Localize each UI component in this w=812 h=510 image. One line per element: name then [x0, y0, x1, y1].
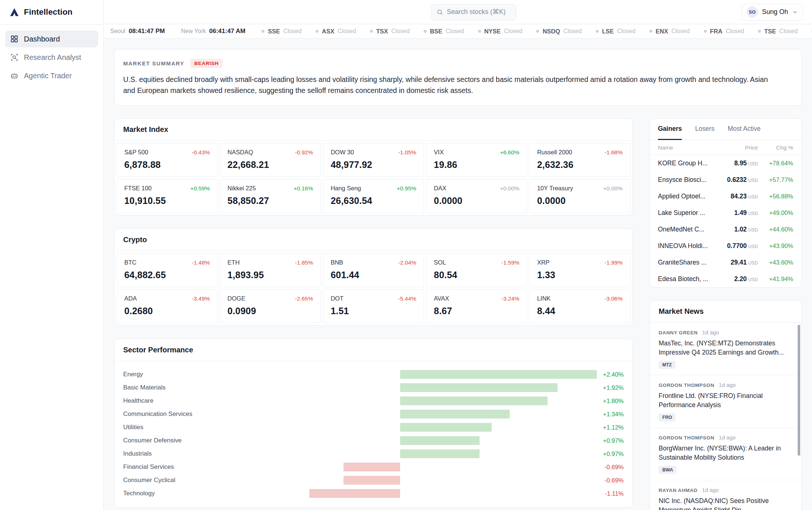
- quote-cell[interactable]: NASDAQ-0.92%22,668.21: [220, 143, 321, 177]
- mover-change: +41.94%: [758, 276, 793, 283]
- left-column: Market Index S&P 500-0.43%6,878.88NASDAQ…: [114, 118, 633, 510]
- sector-bar: [400, 383, 558, 392]
- quote-symbol: 10Y Treasury: [537, 185, 573, 192]
- quote-cell[interactable]: DOW 30-1.05%48,977.92: [323, 143, 424, 177]
- sector-label: Communication Services: [123, 410, 285, 418]
- sector-bar-track: [285, 436, 594, 445]
- sector-row: Energy+2.40%: [123, 368, 624, 381]
- quote-symbol: BTC: [124, 259, 136, 266]
- right-column: GainersLosersMost Active Name Price Chg …: [649, 118, 802, 510]
- quote-value: 22,668.21: [228, 159, 313, 170]
- ticker-badge: MTZ: [659, 361, 676, 369]
- quote-cell[interactable]: LINK-3.06%8.44: [529, 289, 630, 323]
- news-author: RAYAN AHMAD: [659, 488, 698, 493]
- dashboard-grid-icon: [10, 35, 18, 43]
- sidebar-item-label: Research Analyst: [24, 53, 81, 62]
- quote-cell[interactable]: ADA-3.49%0.2680: [117, 289, 218, 323]
- quote-cell[interactable]: DOT-5.44%1.51: [323, 289, 424, 323]
- quote-cell[interactable]: Nikkei 225+0.16%58,850.27: [220, 179, 321, 213]
- mover-row[interactable]: Edesa Biotech, ...2.20USD+41.94%: [650, 271, 801, 287]
- research-analyst-icon: [10, 53, 18, 61]
- news-item[interactable]: GORDON THOMPSON1d agoFrontline Ltd. (NYS…: [650, 375, 801, 428]
- quote-symbol: DOW 30: [331, 149, 354, 156]
- quote-cell-top: Nikkei 225+0.16%: [228, 185, 313, 192]
- status-dot-icon: [261, 30, 264, 33]
- quote-cell-top: DOW 30-1.05%: [331, 149, 416, 156]
- quote-cell[interactable]: XRP-1.99%1.33: [529, 253, 630, 287]
- mover-row[interactable]: GraniteShares ...29.41USD+43.60%: [650, 254, 801, 271]
- quote-cell-top: S&P 500-0.43%: [124, 149, 210, 156]
- news-item[interactable]: RAYAN AHMAD1d agoNIC Inc. (NASDAQ:NIC) S…: [650, 480, 801, 510]
- quote-cell-top: DOGE-2.65%: [228, 295, 313, 302]
- sidebar-item-dashboard[interactable]: Dashboard: [5, 30, 98, 47]
- sector-bar-track: [285, 383, 594, 392]
- sector-bar: [343, 463, 400, 471]
- currency-unit: USD: [748, 194, 758, 200]
- quote-cell[interactable]: Hang Seng+0.95%26,630.54: [323, 179, 424, 213]
- sector-bar: [343, 476, 400, 485]
- exchange-status-text: Closed: [779, 28, 798, 35]
- mover-name: Lake Superior ...: [658, 209, 710, 217]
- search-input[interactable]: [447, 8, 509, 16]
- exchange-status-text: Closed: [504, 28, 523, 35]
- section-title: Market Index: [123, 125, 168, 134]
- tab-losers[interactable]: Losers: [695, 119, 715, 140]
- news-scrollbar-thumb[interactable]: [798, 325, 800, 456]
- quote-cell[interactable]: DOGE-2.65%0.0909: [220, 289, 321, 323]
- quote-cell[interactable]: S&P 500-0.43%6,878.88: [117, 143, 218, 177]
- tab-gainers[interactable]: Gainers: [658, 119, 682, 140]
- exchange-status-text: Closed: [283, 28, 302, 35]
- sector-label: Financial Services: [123, 463, 285, 471]
- quote-cell[interactable]: AVAX-3.24%8.67: [426, 289, 527, 323]
- quote-cell[interactable]: ETH-1.85%1,893.95: [220, 253, 321, 287]
- quote-value: 1.33: [537, 270, 623, 280]
- currency-unit: USD: [748, 178, 758, 183]
- mover-row[interactable]: Ensysce Biosci...0.6232USD+57.77%: [650, 172, 801, 188]
- sector-row: Communication Services+1.34%: [123, 407, 624, 421]
- quote-cell[interactable]: SOL-1.59%80.54: [426, 253, 527, 287]
- user-menu-button[interactable]: SO Sung Oh: [741, 4, 803, 21]
- mover-row[interactable]: Applied Optoel...84.23USD+56.88%: [650, 188, 801, 205]
- quote-cell[interactable]: FTSE 100+0.59%10,910.55: [117, 179, 218, 213]
- sector-row: Basic Materials+1.92%: [123, 381, 624, 394]
- news-item[interactable]: GORDON THOMPSON1d agoBorgWarner Inc. (NY…: [650, 428, 801, 480]
- mover-row[interactable]: INNEOVA Holdi...0.7700USD+43.90%: [650, 238, 801, 254]
- sector-row: Consumer Defensive+0.97%: [123, 434, 624, 447]
- quote-cell[interactable]: BNB-2.04%601.44: [323, 253, 424, 287]
- news-item[interactable]: DANNY GREEN1d agoMasTec, Inc. (NYSE:MTZ)…: [650, 323, 801, 375]
- sector-label: Consumer Cyclical: [123, 477, 285, 484]
- quote-symbol: S&P 500: [124, 149, 148, 156]
- sector-label: Basic Materials: [123, 384, 285, 391]
- quote-symbol: BNB: [331, 259, 343, 266]
- bot-icon: [10, 72, 18, 80]
- quote-value: 8.44: [537, 306, 623, 316]
- quote-cell[interactable]: BTC-1.48%64,882.65: [117, 253, 218, 287]
- sector-change-value: -0.69%: [594, 477, 624, 484]
- quote-change: -1.68%: [605, 149, 623, 156]
- quote-cell[interactable]: Russell 2000-1.68%2,632.36: [529, 143, 630, 177]
- quote-symbol: ETH: [228, 259, 240, 266]
- mover-row[interactable]: KORE Group H...8.95USD+78.64%: [650, 155, 801, 172]
- mover-change: +57.77%: [758, 176, 793, 183]
- news-title: NIC Inc. (NASDAQ:NIC) Sees Positive Mome…: [659, 496, 793, 510]
- tab-most-active[interactable]: Most Active: [728, 119, 761, 140]
- section-title: Market News: [659, 307, 704, 316]
- mover-row[interactable]: OneMedNet C...1.02USD+44.60%: [650, 221, 801, 238]
- market-summary-card: MARKET SUMMARY BEARISH U.S. equities dec…: [114, 49, 802, 106]
- section-title: Sector Performance: [123, 346, 193, 354]
- quote-cell[interactable]: DAX+0.00%0.0000: [426, 179, 527, 213]
- mover-price: 8.95USD: [710, 159, 758, 167]
- sector-change-value: +0.97%: [594, 437, 624, 444]
- quote-symbol: DOT: [331, 295, 343, 302]
- exchange-status-text: Closed: [672, 28, 690, 35]
- search-box[interactable]: [431, 4, 516, 20]
- quote-cell-top: DAX+0.00%: [434, 185, 520, 192]
- sidebar-item-agentic-trader[interactable]: Agentic Trader: [5, 67, 98, 84]
- quote-cell[interactable]: VIX+6.60%19.86: [426, 143, 527, 177]
- quote-cell[interactable]: 10Y Treasury+0.00%0.0000: [529, 179, 630, 213]
- quote-change: -1.05%: [398, 149, 416, 156]
- quote-change: -1.48%: [192, 259, 210, 266]
- exchange-name: LSE: [602, 28, 614, 35]
- sidebar-item-research-analyst[interactable]: Research Analyst: [5, 49, 98, 66]
- mover-row[interactable]: Lake Superior ...1.49USD+49.00%: [650, 205, 801, 221]
